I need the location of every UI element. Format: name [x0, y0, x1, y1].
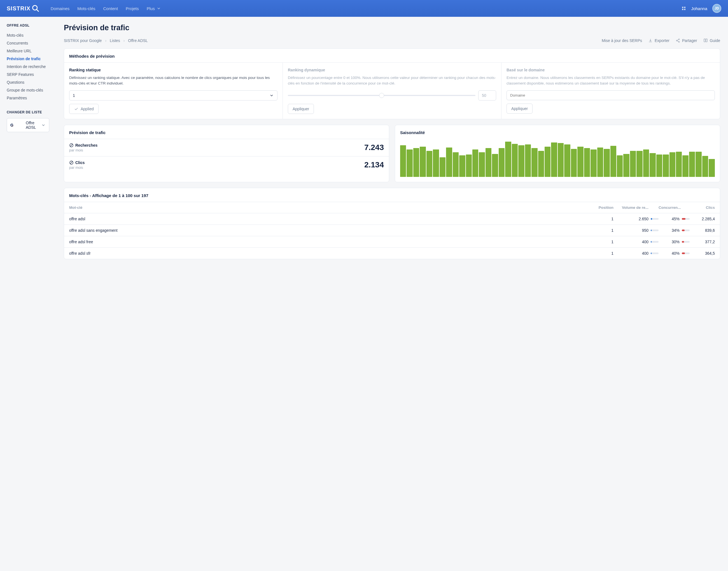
sidebar-item-mots-cles[interactable]: Mots-clés: [7, 31, 49, 39]
page-actions: Mise à jour des SERPs Exporter Partager …: [602, 38, 720, 43]
main-content: Prévision de trafic SISTRIX pour Google …: [56, 17, 728, 272]
seasonality-chart: [400, 141, 715, 177]
cell-clicks: 2.285,4: [690, 217, 715, 221]
chevron-down-icon: [157, 6, 161, 11]
chart-bar: [564, 144, 570, 177]
apply-domain-button[interactable]: Appliquer: [507, 104, 533, 114]
col-header-position[interactable]: Position: [588, 206, 614, 210]
chart-bar: [518, 145, 524, 177]
cell-clicks: 364,5: [690, 251, 715, 255]
cell-position: 1: [588, 251, 614, 255]
nav-content[interactable]: Content: [103, 6, 118, 11]
svg-rect-2: [682, 7, 684, 8]
ranking-slider[interactable]: [288, 95, 476, 96]
chart-bar: [420, 147, 426, 177]
chart-bar: [578, 147, 583, 177]
nav-mots-cles[interactable]: Mots-clés: [77, 6, 95, 11]
sidebar-list: Mots-clés Concurrents Meilleure URL Prév…: [7, 31, 49, 102]
table-row[interactable]: offre adsl sfr140040%364,5: [64, 247, 720, 259]
ranking-select[interactable]: 1: [69, 90, 278, 101]
breadcrumb-item[interactable]: SISTRIX pour Google: [64, 38, 102, 43]
cell-competition: 30%: [658, 240, 680, 244]
logo[interactable]: SISTRIX: [7, 4, 39, 12]
chart-bar: [407, 149, 412, 177]
keywords-table-card: Mots-clés - Affichage de 1 à 100 sur 197…: [64, 188, 720, 259]
sidebar-item-serp-features[interactable]: SERP Features: [7, 71, 49, 78]
breadcrumb-current: Offre ADSL: [128, 38, 148, 43]
chart-bar: [459, 155, 465, 177]
col-header-clicks[interactable]: Clics: [690, 206, 715, 210]
download-icon: [648, 38, 653, 43]
page-title: Prévision de trafic: [64, 23, 720, 32]
cell-clicks: 377,2: [690, 240, 715, 244]
nav-plus[interactable]: Plus: [147, 6, 161, 11]
sidebar-item-intention[interactable]: Intention de recherche: [7, 63, 49, 71]
cell-competition: 40%: [658, 251, 680, 255]
sidebar-item-parametres[interactable]: Paramètres: [7, 94, 49, 102]
chart-bar: [696, 152, 701, 177]
list-selector[interactable]: G Offre ADSL: [7, 118, 49, 132]
slider-thumb[interactable]: [379, 93, 384, 98]
table-row[interactable]: offre adsl12.65045%2.285,4: [64, 213, 720, 224]
nav-projets[interactable]: Projets: [126, 6, 139, 11]
cell-position: 1: [588, 240, 614, 244]
sidebar-item-meilleure-url[interactable]: Meilleure URL: [7, 47, 49, 55]
volume-bar: [651, 252, 658, 254]
guide-button[interactable]: Guide: [703, 38, 720, 43]
chart-bar: [492, 154, 498, 177]
chevron-right-icon: ›: [123, 38, 125, 43]
breadcrumb: SISTRIX pour Google › Listes › Offre ADS…: [64, 38, 148, 43]
nav-domaines[interactable]: Domaines: [51, 6, 70, 11]
apply-dynamic-button[interactable]: Appliquer: [288, 104, 314, 114]
chevron-right-icon: ›: [105, 38, 106, 43]
col-header-keyword[interactable]: Mot-clé: [69, 206, 588, 210]
average-icon: [69, 143, 74, 147]
page-header: SISTRIX pour Google › Listes › Offre ADS…: [64, 38, 720, 43]
apps-grid-icon[interactable]: [682, 6, 686, 11]
method-domain-title: Basé sur le domaine: [507, 68, 715, 72]
domain-input[interactable]: [507, 90, 715, 100]
breadcrumb-item[interactable]: Listes: [110, 38, 120, 43]
chart-bar: [689, 152, 695, 177]
table-row[interactable]: offre adsl sans engagement195034%839,6: [64, 224, 720, 236]
seasonality-card-title: Saisonnalité: [395, 125, 720, 139]
svg-rect-3: [684, 7, 686, 8]
cell-position: 1: [588, 217, 614, 221]
method-dynamic: Ranking dynamique Définissez un pourcent…: [283, 63, 502, 119]
top-header: SISTRIX Domaines Mots-clés Content Proje…: [0, 0, 728, 17]
username[interactable]: Johanna: [691, 6, 707, 11]
chart-bar: [597, 147, 603, 177]
chart-bar: [505, 142, 511, 177]
col-header-competition[interactable]: Concurren...: [658, 206, 680, 210]
chart-bar: [426, 151, 432, 177]
sidebar-item-concurrents[interactable]: Concurrents: [7, 39, 49, 47]
share-button[interactable]: Partager: [675, 38, 697, 43]
cell-volume: 400: [614, 240, 648, 244]
chart-bar: [525, 144, 531, 177]
forecast-card-title: Prévision de trafic: [64, 125, 389, 139]
kpi-clicks: Clics par mois 2.134: [64, 156, 389, 174]
chart-bar: [636, 151, 642, 177]
sidebar-item-groupe[interactable]: Groupe de mots-clés: [7, 86, 49, 94]
chart-bar: [531, 148, 537, 177]
avatar[interactable]: JD: [712, 4, 721, 13]
chevron-down-icon: [41, 123, 45, 127]
chart-bar: [473, 149, 478, 177]
sidebar-item-questions[interactable]: Questions: [7, 78, 49, 86]
export-button[interactable]: Exporter: [648, 38, 669, 43]
volume-bar: [651, 230, 658, 231]
list-selector-label: Offre ADSL: [26, 121, 39, 130]
chart-bar: [545, 147, 550, 177]
table-row[interactable]: offre adsl free140030%377,2: [64, 236, 720, 247]
svg-line-1: [36, 9, 38, 11]
applied-button[interactable]: Applied: [69, 104, 99, 114]
book-icon: [703, 38, 708, 43]
sidebar-item-prevision-trafic[interactable]: Prévision de trafic: [7, 55, 49, 63]
col-header-volume[interactable]: Volume de re...: [614, 206, 648, 210]
chart-bar: [466, 154, 472, 177]
chart-bar: [453, 152, 459, 177]
chart-bar: [433, 149, 439, 177]
cell-volume: 950: [614, 228, 648, 233]
serp-update-link[interactable]: Mise à jour des SERPs: [602, 38, 642, 43]
chart-bar: [663, 154, 668, 177]
